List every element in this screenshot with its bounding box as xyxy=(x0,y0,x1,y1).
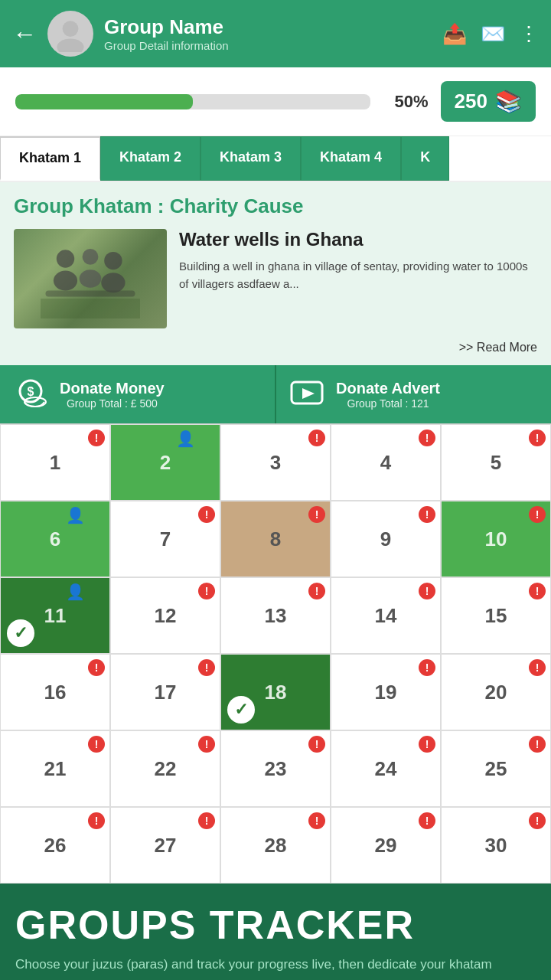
svg-point-5 xyxy=(80,270,102,287)
avatar xyxy=(47,11,93,57)
cell-number: 4 xyxy=(380,451,391,475)
cell-number: 7 xyxy=(160,528,171,551)
alert-icon: ! xyxy=(198,659,215,676)
calendar-cell-20[interactable]: 20! xyxy=(441,654,551,730)
alert-icon: ! xyxy=(419,506,435,523)
alert-icon: ! xyxy=(529,736,546,753)
calendar-cell-30[interactable]: 30! xyxy=(441,807,551,884)
alert-icon: ! xyxy=(419,430,435,446)
calendar-cell-23[interactable]: 23! xyxy=(220,730,331,807)
alert-icon: ! xyxy=(529,812,546,829)
charity-name: Water wells in Ghana xyxy=(179,229,537,250)
calendar-cell-28[interactable]: 28! xyxy=(220,807,331,884)
donate-advert-button[interactable]: Donate Advert Group Total : 121 xyxy=(276,365,551,423)
progress-percent: 50% xyxy=(383,92,429,112)
read-more-link[interactable]: >> Read More xyxy=(14,336,537,358)
calendar-cell-4[interactable]: 4! xyxy=(331,424,441,501)
alert-icon: ! xyxy=(198,583,215,599)
calendar-cell-29[interactable]: 29! xyxy=(331,807,441,884)
person-icon: 👤 xyxy=(66,583,85,601)
calendar-cell-18[interactable]: 18✓ xyxy=(220,654,331,730)
cell-number: 19 xyxy=(375,681,397,704)
donate-advert-text: Donate Advert Group Total : 121 xyxy=(336,380,440,410)
progress-bar-container xyxy=(15,94,370,109)
footer-title: GROUPS TRACKER xyxy=(15,902,536,948)
calendar-cell-25[interactable]: 25! xyxy=(441,730,551,807)
calendar-cell-22[interactable]: 22! xyxy=(110,730,220,807)
cell-number: 5 xyxy=(491,451,501,475)
charity-section-title: Group Khatam : Charity Cause xyxy=(14,194,537,218)
tabs-row: Khatam 1 Khatam 2 Khatam 3 Khatam 4 K xyxy=(0,136,551,182)
cell-number: 3 xyxy=(270,451,281,475)
alert-icon: ! xyxy=(419,736,435,753)
alert-icon: ! xyxy=(88,430,105,446)
calendar-cell-3[interactable]: 3! xyxy=(220,424,331,501)
calendar-cell-9[interactable]: 9! xyxy=(331,501,441,577)
calendar-cell-12[interactable]: 12! xyxy=(110,577,220,654)
calendar-cell-27[interactable]: 27! xyxy=(110,807,220,884)
calendar-cell-16[interactable]: 16! xyxy=(0,654,110,730)
calendar-cell-1[interactable]: 1! xyxy=(0,424,110,501)
cell-number: 25 xyxy=(485,757,507,781)
group-subtitle: Group Detail information xyxy=(104,39,442,52)
alert-icon: ! xyxy=(529,659,546,676)
cell-number: 29 xyxy=(375,834,397,858)
calendar-cell-8[interactable]: 8! xyxy=(220,501,331,577)
calendar-cell-7[interactable]: 7! xyxy=(110,501,220,577)
header: ← Group Name Group Detail information 📤 … xyxy=(0,0,551,67)
check-icon: ✓ xyxy=(7,619,34,647)
tab-khatam2[interactable]: Khatam 2 xyxy=(100,136,201,181)
alert-icon: ! xyxy=(529,506,546,523)
alert-icon: ! xyxy=(308,736,325,753)
donate-money-button[interactable]: $ Donate Money Group Total : £ 500 xyxy=(0,365,276,423)
svg-point-3 xyxy=(54,271,77,291)
progress-section: 50% 250 📚 xyxy=(0,67,551,136)
cell-number: 6 xyxy=(50,528,60,551)
tab-khatam5[interactable]: K xyxy=(401,136,449,181)
calendar-cell-11[interactable]: 11👤✓ xyxy=(0,577,110,654)
tab-khatam4[interactable]: Khatam 4 xyxy=(301,136,401,181)
share-icon[interactable]: 📤 xyxy=(442,22,467,46)
more-icon[interactable]: ⋮ xyxy=(519,22,539,46)
cell-number: 2 xyxy=(160,451,171,475)
footer-banner: GROUPS TRACKER Choose your juzus (paras)… xyxy=(0,884,551,980)
play-icon xyxy=(289,376,325,413)
check-icon: ✓ xyxy=(227,696,255,724)
calendar-cell-2[interactable]: 2👤 xyxy=(110,424,220,501)
back-button[interactable]: ← xyxy=(12,20,37,48)
calendar-cell-17[interactable]: 17! xyxy=(110,654,220,730)
svg-rect-9 xyxy=(41,299,140,318)
calendar-grid: 1!2👤3!4!5!6👤7!8!9!10!11👤✓12!13!14!15!16!… xyxy=(0,423,551,884)
calendar-cell-24[interactable]: 24! xyxy=(331,730,441,807)
cell-number: 17 xyxy=(155,681,177,704)
calendar-cell-10[interactable]: 10! xyxy=(441,501,551,577)
calendar-cell-21[interactable]: 21! xyxy=(0,730,110,807)
money-icon: $ xyxy=(12,376,49,413)
calendar-cell-15[interactable]: 15! xyxy=(441,577,551,654)
svg-rect-8 xyxy=(46,291,135,297)
cell-number: 21 xyxy=(44,757,67,781)
alert-icon: ! xyxy=(88,659,105,676)
tab-khatam3[interactable]: Khatam 3 xyxy=(201,136,301,181)
person-icon: 👤 xyxy=(176,430,195,448)
calendar-cell-14[interactable]: 14! xyxy=(331,577,441,654)
calendar-cell-19[interactable]: 19! xyxy=(331,654,441,730)
svg-point-6 xyxy=(104,252,122,270)
alert-icon: ! xyxy=(529,583,546,599)
calendar-cell-13[interactable]: 13! xyxy=(220,577,331,654)
calendar-cell-5[interactable]: 5! xyxy=(441,424,551,501)
cell-number: 23 xyxy=(265,757,287,781)
alert-icon: ! xyxy=(419,583,435,599)
cell-number: 1 xyxy=(50,451,60,475)
cell-number: 28 xyxy=(265,834,287,858)
calendar-cell-6[interactable]: 6👤 xyxy=(0,501,110,577)
calendar-cell-26[interactable]: 26! xyxy=(0,807,110,884)
svg-marker-14 xyxy=(302,388,315,399)
mail-icon[interactable]: ✉️ xyxy=(481,22,505,46)
charity-desc: Building a well in ghana in village of s… xyxy=(179,258,537,292)
cell-number: 15 xyxy=(485,604,507,628)
progress-badge: 250 📚 xyxy=(441,81,536,122)
tab-khatam1[interactable]: Khatam 1 xyxy=(0,136,100,181)
alert-icon: ! xyxy=(419,659,435,676)
alert-icon: ! xyxy=(198,812,215,829)
